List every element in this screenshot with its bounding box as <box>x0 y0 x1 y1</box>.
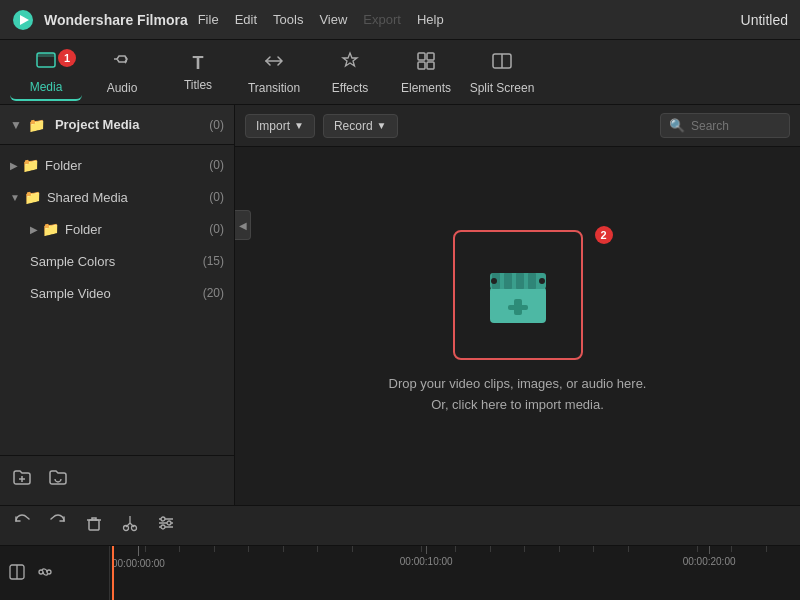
import-chevron-icon: ▼ <box>294 120 304 131</box>
folder2-icon: 📁 <box>42 221 59 237</box>
timeline-minor-tick <box>766 546 767 552</box>
timeline-minor-tick <box>214 546 215 552</box>
timeline-minor-tick <box>179 546 180 552</box>
svg-point-33 <box>161 517 165 521</box>
drop-area[interactable]: 2 <box>235 147 800 505</box>
timeline-controls <box>0 546 110 600</box>
settings-button[interactable] <box>156 513 176 538</box>
import-media-button[interactable] <box>453 230 583 360</box>
record-button[interactable]: Record ▼ <box>323 114 398 138</box>
toolbar-elements[interactable]: Elements <box>390 43 462 101</box>
link-folder-button[interactable] <box>48 468 68 493</box>
timeline: 00:00:00:00 00:00:10:00 00:00:20:00 // G… <box>0 545 800 600</box>
toolbar-effects[interactable]: Effects <box>314 43 386 101</box>
svg-rect-6 <box>427 53 434 60</box>
timeline-marker-2: 00:00:20:00 <box>683 546 736 567</box>
sidebar-label-folder1: Folder <box>45 158 82 173</box>
redo-button[interactable] <box>48 513 68 538</box>
app-name: Wondershare Filmora <box>44 12 188 28</box>
sidebar-folder-icon: 📁 <box>28 117 45 133</box>
timeline-ruler: 00:00:00:00 00:00:10:00 00:00:20:00 // G… <box>110 546 800 600</box>
titlebar-left: Wondershare Filmora File Edit Tools View… <box>12 9 444 31</box>
sidebar-count-folder2: (0) <box>209 222 224 236</box>
cut-button[interactable] <box>120 513 140 538</box>
sidebar-label-shared-media: Shared Media <box>47 190 128 205</box>
sidebar-tree: ▶ 📁 Folder (0) ▼ 📁 Shared Media (0) ▶ 📁 … <box>0 145 234 455</box>
menu-export[interactable]: Export <box>363 12 401 27</box>
timeline-minor-tick <box>593 546 594 552</box>
drop-hint-text: Drop your video clips, images, or audio … <box>389 374 647 416</box>
delete-button[interactable] <box>84 513 104 538</box>
sidebar-label-sample-colors: Sample Colors <box>30 254 115 269</box>
toolbar-transition[interactable]: Transition <box>238 43 310 101</box>
import-label: Import <box>256 119 290 133</box>
sidebar-item-folder1[interactable]: ▶ 📁 Folder (0) <box>0 149 234 181</box>
effects-icon <box>339 50 361 77</box>
svg-point-35 <box>161 525 165 529</box>
menu-edit[interactable]: Edit <box>235 12 257 27</box>
toolbar-media-label: Media <box>30 80 63 94</box>
collapse-sidebar-button[interactable]: ◀ <box>235 210 251 240</box>
toolbar-effects-label: Effects <box>332 81 368 95</box>
menu-view[interactable]: View <box>319 12 347 27</box>
timeline-minor-tick <box>524 546 525 552</box>
sidebar-item-folder2[interactable]: ▶ 📁 Folder (0) <box>0 213 234 245</box>
sidebar-count-sample-colors: (15) <box>203 254 224 268</box>
undo-button[interactable] <box>12 513 32 538</box>
playhead[interactable] <box>112 546 114 600</box>
sidebar-item-sample-colors[interactable]: Sample Colors (15) <box>0 245 234 277</box>
toolbar-titles[interactable]: T Titles <box>162 43 234 101</box>
sidebar-count-sample-video: (20) <box>203 286 224 300</box>
import-button[interactable]: Import ▼ <box>245 114 315 138</box>
menu-file[interactable]: File <box>198 12 219 27</box>
search-icon: 🔍 <box>669 118 685 133</box>
content-area: Import ▼ Record ▼ 🔍 2 <box>235 105 800 505</box>
arrow-icon-folder2: ▶ <box>30 224 38 235</box>
media-icon <box>35 49 57 76</box>
timeline-link-icon[interactable] <box>36 563 54 584</box>
sidebar-count-folder1: (0) <box>209 158 224 172</box>
search-box[interactable]: 🔍 <box>660 113 790 138</box>
sidebar-item-sample-video[interactable]: Sample Video (20) <box>0 277 234 309</box>
audio-icon <box>111 50 133 77</box>
record-label: Record <box>334 119 373 133</box>
search-input[interactable] <box>691 119 781 133</box>
toolbar-media[interactable]: Media 1 <box>10 43 82 101</box>
splitscreen-icon <box>491 50 513 77</box>
svg-point-21 <box>491 278 497 284</box>
content-toolbar: Import ▼ Record ▼ 🔍 <box>235 105 800 147</box>
badge-1: 1 <box>58 49 76 67</box>
arrow-icon: ▶ <box>10 160 18 171</box>
bottom-toolbar <box>0 505 800 545</box>
svg-point-38 <box>39 570 43 574</box>
timeline-minor-tick <box>421 546 422 552</box>
menu-tools[interactable]: Tools <box>273 12 303 27</box>
menu-help[interactable]: Help <box>417 12 444 27</box>
svg-rect-8 <box>427 62 434 69</box>
toolbar-splitscreen[interactable]: Split Screen <box>466 43 538 101</box>
sidebar-header-count: (0) <box>209 118 224 132</box>
app-logo-icon <box>12 9 34 31</box>
sidebar-label-sample-video: Sample Video <box>30 286 111 301</box>
project-title: Untitled <box>741 12 788 28</box>
clapperboard-icon <box>478 255 558 335</box>
svg-rect-19 <box>516 273 524 289</box>
sidebar-header: ▼ 📁 Project Media (0) <box>0 105 234 145</box>
timeline-marker-0: 00:00:00:00 <box>112 546 165 569</box>
timeline-minor-tick <box>697 546 698 552</box>
titles-icon: T <box>193 53 204 74</box>
toolbar-elements-label: Elements <box>401 81 451 95</box>
sidebar-footer <box>0 455 234 505</box>
timeline-minor-tick <box>352 546 353 552</box>
toolbar-audio[interactable]: Audio <box>86 43 158 101</box>
transition-icon <box>263 50 285 77</box>
new-folder-button[interactable] <box>12 468 32 493</box>
timeline-minor-tick <box>145 546 146 552</box>
toolbar-audio-label: Audio <box>107 81 138 95</box>
timeline-minor-tick <box>490 546 491 552</box>
sidebar-item-shared-media[interactable]: ▼ 📁 Shared Media (0) <box>0 181 234 213</box>
svg-rect-5 <box>418 53 425 60</box>
timeline-snap-icon[interactable] <box>8 563 26 584</box>
timeline-minor-tick <box>283 546 284 552</box>
folder-icon: 📁 <box>22 157 39 173</box>
